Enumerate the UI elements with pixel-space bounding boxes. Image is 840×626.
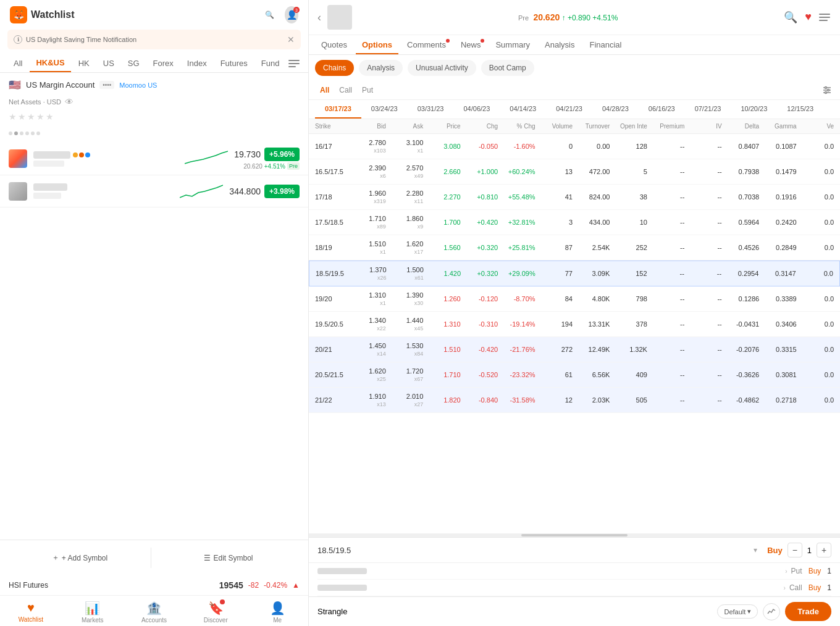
stock-name-row-1 (33, 151, 178, 159)
close-notification-button[interactable]: ✕ (287, 35, 295, 44)
nav-accounts[interactable]: 🏦 Accounts (124, 601, 185, 624)
date-item-8[interactable]: 07/21/23 (685, 100, 731, 119)
cell-delta: -0.4862 (722, 396, 759, 404)
add-symbol-button[interactable]: ＋ + Add Symbol (9, 548, 151, 568)
date-item-3[interactable]: 04/06/23 (453, 100, 500, 119)
tab-hkus[interactable]: HK&US (30, 54, 70, 72)
filter-settings-icon[interactable] (820, 83, 834, 97)
table-row[interactable]: 16.5/17.5 2.390x6 2.570x49 2.660 +1.000 … (309, 159, 840, 185)
nav-me[interactable]: 👤 Me (246, 601, 308, 624)
tab-hk[interactable]: HK (72, 55, 96, 72)
date-item-0[interactable]: 03/17/23 (315, 100, 361, 119)
stock-badge-1: +5.96% (264, 148, 300, 161)
table-row[interactable]: 16/17 2.780x103 3.100x1 3.080 -0.050 -1.… (309, 134, 840, 159)
table-row[interactable]: 20/21 1.450x14 1.530x84 1.510 -0.420 -21… (309, 337, 840, 362)
date-item-4[interactable]: 04/14/23 (500, 100, 546, 119)
tab-quotes[interactable]: Quotes (315, 35, 353, 54)
tab-analysis[interactable]: Analysis (539, 35, 581, 54)
stock-info-2 (33, 183, 174, 199)
stock-chart-1 (185, 148, 228, 170)
stock-sub-2 (33, 193, 61, 199)
stock-item-1[interactable]: 19.730 +5.96% 20.620 +4.51% Pre (0, 143, 308, 175)
cell-ve: 0.0 (797, 168, 834, 175)
cell-premium: -- (647, 270, 684, 277)
subtab-bootcamp[interactable]: Boot Camp (481, 60, 534, 76)
filter-call[interactable]: Call (334, 83, 357, 97)
tab-futures[interactable]: Futures (214, 55, 254, 72)
filter-all[interactable]: All (315, 83, 334, 97)
stock-item-2[interactable]: 344.800 +3.98% (0, 175, 308, 207)
tab-options[interactable]: Options (356, 35, 398, 54)
stock-sub-change-1: +4.51% (264, 163, 285, 170)
date-item-6[interactable]: 04/28/23 (592, 100, 639, 119)
stock-chart-2 (180, 180, 223, 202)
tab-funds[interactable]: Fund... (255, 55, 280, 72)
tab-index[interactable]: Index (181, 55, 213, 72)
cell-pct-chg: -21.76% (498, 346, 535, 353)
cell-ask: 2.570x49 (386, 164, 423, 179)
table-row[interactable]: 18/19 1.510x1 1.620x17 1.560 +0.320 +25.… (309, 235, 840, 261)
order-row-put[interactable]: › Put Buy 1 (317, 563, 831, 580)
cell-ask: 2.280x11 (386, 190, 423, 204)
filter-put[interactable]: Put (357, 83, 378, 97)
tab-more-icon[interactable] (287, 57, 301, 70)
table-row[interactable]: 20.5/21.5 1.620x25 1.720x67 1.710 -0.520… (309, 362, 840, 388)
tab-us[interactable]: US (97, 55, 120, 72)
scrollbar-thumb[interactable] (521, 534, 628, 536)
subtab-analysis[interactable]: Analysis (359, 60, 403, 76)
search-icon[interactable]: 🔍 (262, 8, 276, 22)
avatar-icon[interactable]: 👤 3 (285, 8, 298, 22)
date-item-10[interactable]: 12/15/23 (777, 100, 823, 119)
order-row-call[interactable]: › Call Buy 1 (317, 580, 831, 596)
right-search-icon[interactable]: 🔍 (784, 10, 797, 24)
th-ve: Ve (797, 123, 834, 130)
subtab-chains[interactable]: Chains (315, 60, 354, 76)
table-row[interactable]: 17/18 1.960x319 2.280x11 2.270 +0.810 +5… (309, 185, 840, 210)
edit-symbol-button[interactable]: ☰ Edit Symbol (158, 548, 300, 568)
date-item-1[interactable]: 03/24/23 (361, 100, 408, 119)
cell-price: 2.660 (423, 168, 460, 175)
subtab-unusual[interactable]: Unusual Activity (408, 60, 476, 76)
nav-discover[interactable]: 🔖 Discover (185, 601, 246, 624)
back-button[interactable]: ‹ (317, 11, 321, 24)
trade-button[interactable]: Trade (785, 602, 831, 621)
hsi-row[interactable]: HSI Futures 19545 -82 -0.42% ▲ (0, 575, 308, 596)
tab-comments[interactable]: Comments (401, 35, 452, 54)
cell-iv: -- (684, 244, 721, 251)
tab-forex[interactable]: Forex (147, 55, 180, 72)
tab-sg[interactable]: SG (122, 55, 146, 72)
watchlist-tabs: All HK&US HK US SG Forex Index Futures F… (0, 49, 308, 73)
table-row[interactable]: 21/22 1.910x13 2.010x27 1.820 -0.840 -31… (309, 388, 840, 413)
date-item-9[interactable]: 10/20/23 (731, 100, 777, 119)
date-item-7[interactable]: 06/16/23 (639, 100, 685, 119)
qty-minus-button[interactable]: − (788, 543, 802, 557)
stock-icon-yellow (73, 152, 78, 157)
nav-watchlist[interactable]: ♥ Watchlist (0, 601, 62, 624)
table-row[interactable]: 18.5/19.5 1.370x26 1.500x61 1.420 +0.320… (309, 261, 840, 286)
nav-markets[interactable]: 📊 Markets (62, 601, 124, 624)
th-pct-chg: % Chg (498, 123, 535, 130)
tab-all[interactable]: All (7, 55, 28, 72)
tab-news[interactable]: News (455, 35, 487, 54)
default-button[interactable]: Default ▾ (717, 604, 758, 619)
cell-strike: 17/18 (315, 193, 345, 201)
cell-open-int: 38 (610, 193, 647, 201)
right-menu-icon[interactable] (818, 10, 831, 24)
cell-open-int: 1.32K (610, 346, 647, 353)
tab-summary[interactable]: Summary (489, 35, 536, 54)
eye-icon[interactable]: 👁 (65, 97, 74, 107)
cell-chg: +1.000 (461, 168, 498, 175)
date-item-5[interactable]: 04/21/23 (546, 100, 592, 119)
svg-point-4 (828, 90, 830, 91)
table-row[interactable]: 19.5/20.5 1.340x22 1.440x45 1.310 -0.310… (309, 312, 840, 337)
table-row[interactable]: 19/20 1.310x1 1.390x30 1.260 -0.120 -8.7… (309, 286, 840, 312)
cell-pct-chg: -1.60% (498, 143, 535, 150)
date-item-2[interactable]: 03/31/23 (408, 100, 454, 119)
qty-plus-button[interactable]: + (817, 543, 831, 557)
chart-icon-button[interactable] (763, 603, 780, 620)
table-row[interactable]: 17.5/18.5 1.710x89 1.860x9 1.700 +0.420 … (309, 210, 840, 235)
stock-thumbnail (327, 5, 352, 30)
tab-financial[interactable]: Financial (583, 35, 628, 54)
right-heart-icon[interactable]: ♥ (805, 10, 812, 24)
discover-badge (220, 599, 225, 604)
